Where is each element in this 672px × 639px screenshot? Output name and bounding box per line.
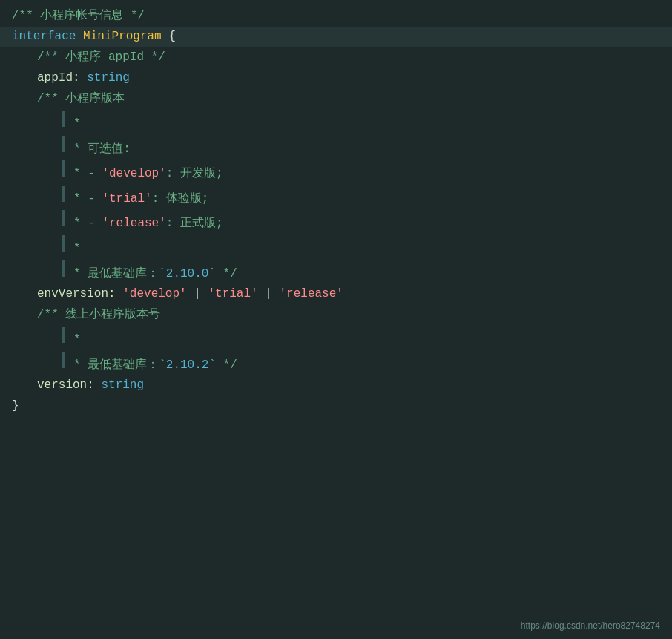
code-line: * 可选值: — [0, 135, 672, 160]
left-bar — [62, 352, 65, 368]
token-star: * - — [73, 165, 102, 184]
token-star: * — [73, 331, 81, 350]
code-line: /** 小程序帐号信息 */ — [0, 6, 672, 27]
token-text — [76, 27, 83, 47]
left-bar — [62, 111, 65, 127]
code-line: envVersion: 'develop' | 'trial' | 'relea… — [0, 284, 672, 305]
token-comment: /** 小程序帐号信息 */ — [12, 7, 145, 26]
token-brace: { — [168, 27, 176, 47]
token-brace: } — [12, 397, 19, 416]
watermark: https://blog.csdn.net/hero82748274 — [521, 619, 660, 633]
code-line: appId: string — [0, 68, 672, 89]
token-property: envVersion — [37, 285, 108, 304]
code-line: interface MiniProgram { — [0, 27, 672, 47]
token-colon: : — [87, 376, 101, 396]
token-star: : 正式版; — [166, 214, 223, 234]
token-star: : 体验版; — [152, 190, 209, 209]
token-colon: : — [108, 285, 122, 304]
left-bar — [62, 186, 65, 202]
token-text — [162, 27, 169, 47]
code-editor: /** 小程序帐号信息 */interface MiniProgram {/**… — [0, 0, 672, 639]
token-string-val: 'release' — [279, 285, 343, 304]
token-comment: /** 线上小程序版本号 — [37, 306, 160, 325]
token-string-val: 'develop' — [102, 165, 165, 184]
token-star: * 最低基础库： — [73, 265, 159, 284]
token-comment: /** 小程序版本 — [37, 90, 125, 109]
code-line: * — [0, 326, 672, 351]
code-line: /** 线上小程序版本号 — [0, 305, 672, 326]
token-string-val: 'trial' — [102, 190, 151, 209]
token-property: version — [37, 376, 87, 396]
code-line: /** 小程序 appId */ — [0, 47, 672, 68]
token-backtick: `2.10.2` — [159, 356, 216, 376]
token-star: * - — [73, 214, 102, 234]
token-backtick: `2.10.0` — [159, 265, 216, 284]
code-line: * - 'release': 正式版; — [0, 209, 672, 235]
token-star: * - — [73, 190, 102, 209]
code-line: * 最低基础库：`2.10.0` */ — [0, 260, 672, 285]
left-bar — [62, 327, 65, 343]
code-content: /** 小程序帐号信息 */interface MiniProgram {/**… — [0, 6, 672, 417]
code-line: * - 'develop': 开发版; — [0, 160, 672, 185]
token-comment: /** 小程序 appId */ — [37, 48, 165, 68]
left-bar — [62, 160, 65, 177]
left-bar — [62, 235, 65, 252]
left-bar — [62, 136, 65, 152]
token-interface-name: MiniProgram — [83, 27, 162, 47]
token-string-type: string — [87, 69, 130, 88]
token-star: : 开发版; — [166, 165, 223, 184]
code-line: version: string — [0, 376, 672, 396]
token-string-type: string — [101, 376, 144, 396]
code-line: * 最低基础库：`2.10.2` */ — [0, 351, 672, 376]
token-pipe: | — [187, 285, 208, 304]
code-line: * - 'trial': 体验版; — [0, 185, 672, 210]
token-keyword: interface — [12, 27, 76, 47]
left-bar — [62, 210, 65, 226]
code-line: /** 小程序版本 — [0, 89, 672, 110]
token-property: appId — [37, 69, 73, 88]
token-colon: : — [73, 69, 87, 88]
token-star: * — [73, 115, 81, 134]
token-string-val: 'trial' — [208, 285, 257, 304]
code-line: * — [0, 110, 672, 135]
token-pipe: | — [258, 285, 280, 304]
token-string-val: 'develop' — [122, 285, 186, 304]
token-star: * 最低基础库： — [73, 356, 159, 376]
left-bar — [62, 260, 65, 277]
token-star: * 可选值: — [73, 140, 131, 160]
code-line: * — [0, 235, 672, 260]
token-string-val: 'release' — [102, 214, 165, 234]
code-line: } — [0, 396, 672, 417]
token-star: * — [73, 240, 81, 259]
token-star: */ — [216, 265, 237, 284]
token-star: */ — [216, 356, 237, 376]
